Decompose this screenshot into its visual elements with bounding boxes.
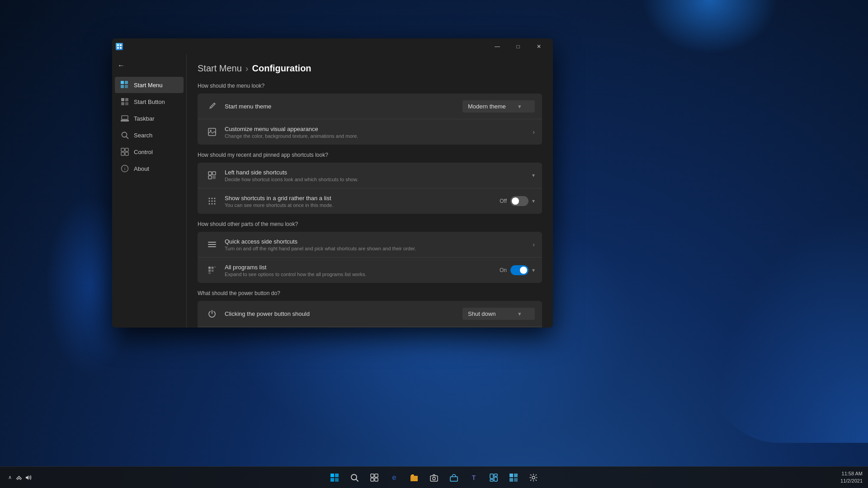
- brush-icon: [205, 99, 219, 113]
- svg-text:i: i: [124, 166, 125, 171]
- theme-dropdown[interactable]: Modern theme ▾: [462, 100, 535, 113]
- all-programs-chevron-icon: ▾: [532, 267, 535, 273]
- network-icon[interactable]: [14, 473, 24, 482]
- clock[interactable]: 11:58 AM 11/2/2021: [840, 470, 863, 484]
- row-power-action[interactable]: Clicking the power button should Shut do…: [198, 301, 542, 327]
- svg-point-14: [122, 132, 127, 137]
- sidebar-label-search: Search: [134, 132, 152, 139]
- breadcrumb-parent[interactable]: Start Menu: [198, 63, 242, 74]
- svg-point-50: [351, 474, 357, 480]
- sidebar-item-control[interactable]: Control: [115, 144, 184, 160]
- about-icon: i: [120, 164, 129, 173]
- visual-subtitle: Change the color, background texture, an…: [225, 133, 527, 139]
- menu-lines-icon: [205, 237, 219, 252]
- left-hand-subtitle: Decide how shortcut icons look and which…: [225, 177, 527, 182]
- row-content-quick-access: Quick access side shortcuts Turn on and …: [225, 238, 527, 251]
- svg-point-68: [532, 476, 535, 479]
- svg-rect-26: [208, 176, 212, 179]
- taskbar: ∧: [0, 466, 868, 488]
- svg-point-34: [209, 203, 210, 205]
- row-all-programs[interactable]: All programs list Expand to see options …: [198, 258, 542, 283]
- card-look: Start menu theme Modern theme ▾: [198, 94, 542, 145]
- grid-shortcuts-subtitle: You can see more shortcuts at once in th…: [225, 202, 494, 208]
- svg-rect-8: [121, 98, 124, 101]
- svg-rect-46: [330, 474, 334, 477]
- row-show-icon-shutdown[interactable]: Show icon on the shutdown button Off: [198, 327, 542, 328]
- svg-point-28: [209, 198, 210, 199]
- svg-rect-25: [212, 172, 216, 175]
- svg-point-29: [212, 198, 213, 199]
- row-left-hand[interactable]: Left hand side shortcuts Decide how shor…: [198, 163, 542, 188]
- power-action-control[interactable]: Shut down ▾: [462, 308, 535, 320]
- breadcrumb-current: Configuration: [252, 63, 311, 74]
- close-button[interactable]: ✕: [528, 38, 549, 54]
- power-icon: [205, 306, 219, 321]
- image-icon: [205, 125, 219, 139]
- camera-button[interactable]: [425, 469, 443, 487]
- explorer-button[interactable]: [405, 469, 423, 487]
- widgets-button[interactable]: [485, 469, 503, 487]
- row-content-power-action: Clicking the power button should: [225, 310, 457, 317]
- svg-point-58: [433, 477, 435, 480]
- tray-expand-icon[interactable]: ∧: [5, 473, 14, 482]
- store-button[interactable]: [445, 469, 463, 487]
- sidebar-item-start-menu[interactable]: Start Menu: [115, 77, 184, 93]
- taskbar-icon: [120, 114, 129, 123]
- edge-button[interactable]: e: [385, 469, 403, 487]
- svg-rect-52: [371, 474, 374, 477]
- start11-button[interactable]: [505, 469, 523, 487]
- svg-rect-0: [117, 44, 119, 46]
- svg-line-51: [356, 479, 358, 481]
- svg-point-35: [212, 203, 213, 205]
- sidebar-item-search[interactable]: Search: [115, 127, 184, 143]
- sidebar-item-about[interactable]: i About: [115, 160, 184, 177]
- svg-rect-47: [335, 474, 339, 477]
- title-bar-left: [116, 43, 123, 50]
- grid-toggle[interactable]: [510, 196, 528, 206]
- back-button[interactable]: ←: [112, 58, 186, 73]
- maximize-button[interactable]: □: [508, 38, 528, 54]
- all-programs-control[interactable]: On ▾: [500, 265, 535, 275]
- section-header-other: How should other parts of the menu look?: [198, 221, 542, 227]
- theme-control[interactable]: Modern theme ▾: [462, 100, 535, 113]
- svg-rect-63: [490, 479, 493, 481]
- card-other: Quick access side shortcuts Turn on and …: [198, 232, 542, 283]
- svg-rect-44: [212, 270, 214, 272]
- svg-rect-4: [121, 81, 124, 84]
- search-taskbar-button[interactable]: [345, 469, 363, 487]
- row-theme[interactable]: Start menu theme Modern theme ▾: [198, 94, 542, 119]
- svg-rect-2: [117, 47, 119, 49]
- right-decoration: [687, 172, 868, 443]
- svg-line-15: [127, 137, 128, 139]
- power-dropdown[interactable]: Shut down ▾: [462, 308, 535, 320]
- svg-rect-11: [125, 102, 128, 105]
- svg-rect-57: [430, 476, 438, 481]
- grid-chevron-icon: ▾: [532, 198, 535, 204]
- arrow-right-icon: ›: [533, 128, 535, 136]
- volume-icon[interactable]: [24, 473, 33, 482]
- section-header-look: How should the menu look?: [198, 83, 542, 89]
- grid-shortcuts-control[interactable]: Off ▾: [500, 196, 535, 206]
- row-grid-shortcuts[interactable]: Show shortcuts in a grid rather than a l…: [198, 188, 542, 214]
- sidebar-item-taskbar[interactable]: Taskbar: [115, 110, 184, 127]
- teams-button[interactable]: T: [465, 469, 483, 487]
- windows-button[interactable]: [326, 469, 344, 487]
- left-hand-control: ▾: [532, 172, 535, 178]
- theme-title: Start menu theme: [225, 103, 457, 110]
- minimize-button[interactable]: —: [487, 38, 508, 54]
- row-visual[interactable]: Customize menu visual appearance Change …: [198, 119, 542, 145]
- settings-button[interactable]: [524, 469, 542, 487]
- row-content-grid-shortcuts: Show shortcuts in a grid rather than a l…: [225, 195, 494, 208]
- sidebar-label-about: About: [134, 165, 149, 172]
- svg-rect-10: [121, 102, 124, 105]
- svg-rect-43: [208, 270, 211, 272]
- svg-rect-18: [121, 152, 124, 155]
- row-quick-access[interactable]: Quick access side shortcuts Turn on and …: [198, 232, 542, 258]
- svg-rect-62: [494, 477, 497, 481]
- task-view-button[interactable]: [365, 469, 383, 487]
- sidebar-item-start-button[interactable]: Start Button: [115, 94, 184, 110]
- all-programs-toggle[interactable]: [510, 265, 528, 275]
- svg-rect-56: [410, 476, 418, 481]
- app-icon: [116, 43, 123, 50]
- theme-dropdown-value: Modern theme: [468, 103, 506, 110]
